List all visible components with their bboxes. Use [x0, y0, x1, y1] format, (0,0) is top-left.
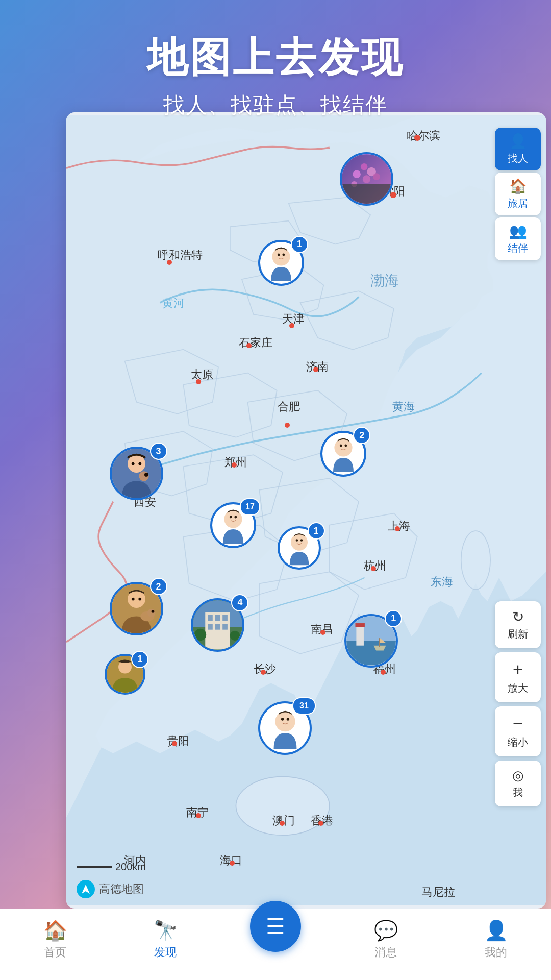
svg-rect-48: [223, 615, 228, 621]
nav-profile[interactable]: 👤 我的: [441, 919, 551, 960]
svg-point-36: [131, 598, 134, 601]
svg-rect-56: [357, 626, 364, 646]
pin-shenyang[interactable]: [340, 152, 393, 206]
svg-rect-51: [223, 624, 228, 630]
pin-sichuan[interactable]: 2: [110, 582, 163, 635]
svg-point-32: [295, 539, 298, 542]
nav-profile-label: 我的: [485, 945, 507, 960]
svg-point-33: [300, 539, 303, 542]
find-people-btn[interactable]: 👤 找人: [495, 128, 541, 170]
nav-messages-label: 消息: [374, 945, 397, 960]
discover-nav-icon: 🔭: [154, 919, 178, 942]
city-huanghe: 黄河: [162, 296, 185, 311]
svg-point-3: [461, 531, 490, 590]
minus-icon: −: [513, 714, 523, 733]
pin-xian[interactable]: 3: [110, 447, 163, 500]
svg-point-6: [278, 253, 280, 256]
gaode-icon: [77, 880, 95, 898]
person-icon: 👤: [509, 133, 527, 150]
svg-text:渤海: 渤海: [370, 273, 399, 288]
city-donghai: 东海: [431, 574, 453, 590]
map-actions: ↻ 刷新 + 放大 − 缩小 ◎ 我: [495, 601, 541, 806]
pin-guizhou[interactable]: 1: [105, 654, 145, 695]
svg-rect-15: [342, 184, 391, 204]
city-shijiazhuang: 石家庄: [239, 335, 272, 351]
map-background: 渤海: [66, 112, 546, 909]
zoom-out-btn[interactable]: − 缩小: [495, 706, 541, 756]
city-nanjing: 合肥: [278, 399, 300, 414]
svg-point-28: [230, 516, 232, 519]
svg-point-62: [286, 718, 289, 720]
gaode-logo: 高德地图: [77, 880, 144, 898]
svg-point-52: [194, 629, 206, 641]
nav-discover[interactable]: 🔭 发现: [110, 919, 220, 960]
svg-point-18: [131, 462, 134, 465]
map-sidebar: 👤 找人 🏠 旅居 👥 结伴: [495, 128, 541, 260]
svg-point-12: [363, 175, 371, 183]
partner-label: 结伴: [508, 241, 528, 255]
header: 地图上去发现 找人、找驻点、找结伴: [0, 0, 551, 135]
scale-bar: [77, 866, 112, 868]
refresh-btn[interactable]: ↻ 刷新: [495, 601, 541, 648]
plus-icon: +: [513, 659, 523, 679]
home-icon: 🏠: [509, 178, 527, 194]
fab-button[interactable]: ☰: [250, 901, 301, 952]
svg-point-61: [281, 718, 283, 720]
refresh-label: 刷新: [508, 627, 528, 641]
travel-stay-label: 旅居: [508, 197, 528, 210]
pin-fujian[interactable]: 1: [344, 614, 398, 668]
nav-messages[interactable]: 💬 消息: [331, 919, 441, 960]
city-shanghai: 上海: [388, 519, 410, 534]
pin-nanjing[interactable]: 2: [320, 431, 366, 477]
map-container[interactable]: 渤海 哈尔滨 沈阳 呼和浩特 黄河 天津 石家庄 太原 济南 黄海 郑州 上海 …: [66, 112, 546, 909]
city-huanghai: 黄海: [392, 399, 415, 414]
city-macau: 澳门: [272, 813, 295, 828]
svg-point-9: [353, 170, 361, 178]
pin-beijing[interactable]: 1: [258, 240, 304, 286]
svg-rect-50: [215, 624, 220, 630]
profile-nav-icon: 👤: [484, 919, 508, 942]
zoom-out-label: 缩小: [508, 736, 528, 749]
city-huhehaote: 呼和浩特: [158, 248, 203, 263]
locate-label: 我: [513, 786, 523, 799]
header-title: 地图上去发现: [0, 31, 551, 86]
find-people-label: 找人: [508, 152, 528, 165]
svg-point-13: [373, 173, 380, 180]
svg-marker-63: [82, 885, 90, 894]
city-manila: 马尼拉: [421, 885, 455, 900]
gaode-text: 高德地图: [99, 881, 144, 897]
city-jinan: 济南: [306, 359, 329, 375]
svg-rect-58: [379, 638, 380, 647]
svg-point-7: [282, 253, 285, 256]
nav-home[interactable]: 🏠 首页: [0, 919, 110, 960]
pin-guangdong[interactable]: 31: [258, 701, 312, 755]
refresh-icon: ↻: [512, 608, 524, 625]
pin-hunan[interactable]: 4: [191, 598, 244, 652]
messages-nav-icon: 💬: [374, 919, 398, 942]
pin-hefei[interactable]: 1: [278, 526, 321, 570]
fab-icon: ☰: [266, 914, 285, 939]
city-hanoi: 河内: [124, 853, 146, 868]
home-nav-icon: 🏠: [43, 919, 67, 942]
locate-icon: ◎: [512, 768, 524, 783]
zoom-in-label: 放大: [508, 681, 528, 695]
travel-stay-btn[interactable]: 🏠 旅居: [495, 173, 541, 215]
locate-btn[interactable]: ◎ 我: [495, 761, 541, 806]
header-subtitle: 找人、找驻点、找结伴: [0, 91, 551, 119]
group-icon: 👥: [509, 223, 527, 239]
svg-point-24: [340, 445, 342, 447]
svg-rect-57: [356, 623, 365, 627]
pin-center1[interactable]: 17: [210, 502, 256, 548]
nav-discover-label: 发现: [154, 945, 177, 960]
city-taiyuan: 太原: [191, 367, 213, 382]
zoom-in-btn[interactable]: + 放大: [495, 652, 541, 702]
svg-rect-55: [346, 641, 396, 666]
city-zhengzhou: 郑州: [224, 455, 247, 470]
svg-rect-47: [215, 615, 220, 621]
svg-point-10: [361, 163, 368, 170]
svg-point-40: [151, 610, 154, 613]
partner-btn[interactable]: 👥 结伴: [495, 217, 541, 260]
city-changsha: 长沙: [254, 662, 276, 677]
svg-point-25: [345, 445, 347, 447]
svg-rect-49: [208, 624, 213, 630]
